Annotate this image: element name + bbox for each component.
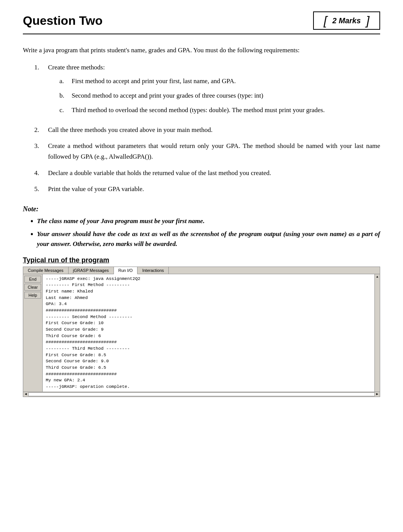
bullet-dot-1: • <box>30 216 33 226</box>
req-num-2: 2. <box>34 125 43 135</box>
note-bullet-2: • Your answer should have the code as te… <box>30 229 380 249</box>
tab-jgrasp-messages[interactable]: jGRASP Messages <box>69 267 114 274</box>
requirements-list: 1. Create three methods: a. First method… <box>34 62 380 194</box>
requirement-2: 2. Call the three methods you created ab… <box>34 125 380 135</box>
jgrasp-bottom-bar: ◄ ► <box>23 392 380 397</box>
sub-item-1b: b. Second method to accept and print you… <box>59 90 380 101</box>
jgrasp-sidebar: End Clear Help <box>23 274 43 392</box>
note-bullet-text-1: The class name of your Java program must… <box>37 216 205 226</box>
jgrasp-body: End Clear Help -----jGRASP exec: java As… <box>23 274 380 392</box>
sub-text-1a: First method to accept and print your fi… <box>72 76 380 87</box>
output-line: ########################### <box>46 371 371 378</box>
sub-letter-a: a. <box>59 76 67 87</box>
jgrasp-tab-bar[interactable]: Compile Messages jGRASP Messages Run I/O… <box>23 267 380 274</box>
end-button[interactable]: End <box>24 276 41 283</box>
tab-compile-messages[interactable]: Compile Messages <box>23 267 69 274</box>
scroll-right-arrow[interactable]: ► <box>376 392 378 396</box>
req-text-1: Create three methods: <box>48 64 105 71</box>
output-line: Last name: Ahmed <box>46 295 371 301</box>
output-line: ########################### <box>46 339 371 346</box>
sub-text-1b: Second method to accept and print your g… <box>72 90 380 101</box>
jgrasp-output: -----jGRASP exec: java Assignment2Q2----… <box>43 274 374 392</box>
page-header: Question Two [ 2 Marks ] <box>23 11 380 34</box>
requirement-4: 4. Declare a double variable that holds … <box>34 168 380 178</box>
scroll-up-arrow[interactable]: ▲ <box>375 274 380 280</box>
note-section: Note: • The class name of your Java prog… <box>23 205 380 249</box>
requirement-5: 5. Print the value of your GPA variable. <box>34 184 380 194</box>
output-line: Second Course Grade: 9 <box>46 326 371 333</box>
sub-text-1c: Third method to overload the second meth… <box>72 105 380 116</box>
output-line: ########################### <box>46 307 371 314</box>
output-line: GPA: 3.4 <box>46 301 371 307</box>
output-line: Third Course Grade: 6 <box>46 333 371 339</box>
req-text-5: Print the value of your GPA variable. <box>48 184 380 194</box>
output-line: -----jGRASP exec: java Assignment2Q2 <box>46 276 371 282</box>
note-label: Note: <box>23 205 380 213</box>
output-line: -----jGRASP: operation complete. <box>46 384 371 390</box>
note-bullets-list: • The class name of your Java program mu… <box>30 216 380 249</box>
tab-interactions[interactable]: Interactions <box>138 267 169 274</box>
output-line: --------- Second Method --------- <box>46 314 371 320</box>
req-text-2: Call the three methods you created above… <box>48 125 380 135</box>
req-text-4: Declare a double variable that holds the… <box>48 168 380 178</box>
jgrasp-terminal: Compile Messages jGRASP Messages Run I/O… <box>23 267 380 397</box>
sub-item-1a: a. First method to accept and print your… <box>59 76 380 87</box>
help-button[interactable]: Help <box>24 292 41 299</box>
req-num-3: 3. <box>34 141 43 162</box>
output-line: First Course Grade: 10 <box>46 320 371 326</box>
output-line: --------- Third Method --------- <box>46 346 371 352</box>
intro-text: Write a java program that prints student… <box>23 45 380 55</box>
req-num-1: 1. <box>34 62 43 119</box>
output-line: My new GPA: 2.4 <box>46 377 371 384</box>
output-line: First name: Khaled <box>46 288 371 295</box>
marks-badge: [ 2 Marks ] <box>313 11 380 30</box>
jgrasp-scrollbar-right[interactable]: ▲ <box>374 274 380 392</box>
req-num-4: 4. <box>34 168 43 178</box>
marks-label: 2 Marks <box>329 16 365 25</box>
horizontal-scrollbar-track[interactable] <box>28 392 374 396</box>
sub-list-1: a. First method to accept and print your… <box>59 76 380 116</box>
output-line: Second Course Grade: 9.0 <box>46 358 371 365</box>
left-bracket: [ <box>322 14 329 27</box>
note-bullet-1: • The class name of your Java program mu… <box>30 216 380 226</box>
sub-letter-c: c. <box>59 105 67 116</box>
req-text-3: Create a method without parameters that … <box>48 141 380 162</box>
output-line: First Course Grade: 8.5 <box>46 352 371 358</box>
note-bullet-text-2: Your answer should have the code as text… <box>37 229 380 249</box>
requirement-1: 1. Create three methods: a. First method… <box>34 62 380 119</box>
right-bracket: ] <box>365 14 371 27</box>
bullet-dot-2: • <box>30 229 33 249</box>
tab-run-io[interactable]: Run I/O <box>114 267 138 274</box>
sub-letter-b: b. <box>59 90 67 101</box>
output-line: Third Course Grade: 6.5 <box>46 365 371 371</box>
scroll-left-arrow[interactable]: ◄ <box>25 392 27 396</box>
output-line: --------- First Method --------- <box>46 282 371 288</box>
question-title: Question Two <box>23 14 102 28</box>
sub-item-1c: c. Third method to overload the second m… <box>59 105 380 116</box>
clear-button[interactable]: Clear <box>24 284 41 291</box>
requirement-3: 3. Create a method without parameters th… <box>34 141 380 162</box>
typical-run-title: Typical run of the program <box>23 256 380 264</box>
req-num-5: 5. <box>34 184 43 194</box>
